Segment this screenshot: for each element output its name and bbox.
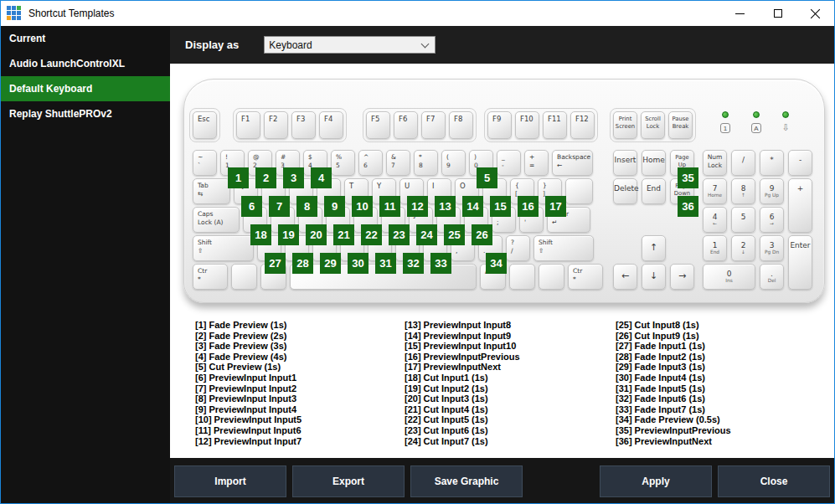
close-button[interactable] [796,1,834,26]
shortcut-entry: [34] Fade Preview (0.5s) [616,414,821,425]
key-tab: Tab⇆ [193,178,230,204]
key-end: End [642,178,666,204]
key-scroll-lock: ScrollLock [641,111,665,139]
shortcut-entry: [21] Cut Input4 (1s) [405,404,610,415]
key-minus: _- [497,150,521,176]
sidebar-item-current[interactable]: Current [1,26,170,51]
shortcut-badge-13: 13 [435,196,456,217]
key-np-minus: - [788,150,812,176]
key-3: #33 [276,150,300,176]
led-dot [782,111,789,118]
key-7: &7 [386,150,410,176]
shortcut-entry: [17] PreviewInputNext [405,362,610,373]
key-5: 5 [731,207,755,233]
key-print-screen: PrintScreen [613,111,637,139]
shortcut-badge-1: 1 [228,167,249,188]
key-y: Y11 [372,178,396,204]
sidebar-item-replay-shuttleprov2[interactable]: Replay ShuttlePROv2 [1,101,170,126]
key-esc: Esc [193,111,217,139]
key-page-up: PageUp35 [670,150,694,176]
export-button[interactable]: Export [292,465,405,497]
shortcut-entry: [18] Cut Input1 (1s) [405,373,610,383]
icon-cell [12,11,16,15]
key-arrow-down: ↓ [642,264,666,290]
sidebar-item-default-keyboard[interactable]: Default Keyboard [1,76,170,101]
shortcut-badge-9: 9 [324,196,345,217]
shortcut-entry: [14] PreviewInput Input9 [405,331,610,342]
shortcut-entry: [4] Fade Preview (4s) [195,352,400,363]
apply-button[interactable]: Apply [600,465,712,497]
scroll-lock-led: ⇩ [778,111,793,134]
shortcut-badge-22: 22 [361,224,382,245]
shortcut-badge-35: 35 [678,167,698,188]
key-np-decimal: .Del [760,264,784,290]
key-o: O14 [455,178,479,204]
shortcut-entry: [25] Cut Input8 (1s) [616,320,821,331]
key-np-multiply: * [760,150,784,176]
shortcut-entry: [11] PreviewInput Input6 [195,425,400,436]
shortcut-badge-33: 33 [430,253,451,274]
shortcut-entry: [3] Fade Preview (3s) [195,341,400,352]
icon-cell [12,6,16,10]
key-5: %5 [331,150,355,176]
keyboard-graphic: EscF1F2F3F4F5F6F7F8F9F10F11F12PrintScree… [183,79,825,303]
icon-cell [7,16,11,20]
shortcut-entry: [9] PreviewInput Input4 [195,404,400,415]
shortcut-entry: [26] Cut Input9 (1s) [616,331,821,342]
close-button[interactable]: Close [718,465,830,497]
shortcut-badge-3: 3 [283,167,304,188]
key-2: 2↓ [731,235,755,261]
key-menu [539,264,564,290]
shortcut-badge-18: 18 [250,224,271,245]
app-icon [7,6,22,21]
shortcut-entry: [6] PreviewInput Input1 [195,373,400,383]
chevron-down-icon [421,40,430,49]
key-8: 8↑ [731,178,755,204]
num-lock-led: 1 [718,111,733,134]
shortcut-entry: [15] PreviewInput Input10 [405,341,610,352]
key-ctrl-right: Ctr* [568,264,603,290]
icon-cell [7,11,11,15]
key-shift-left: Shift⇧ [193,235,254,261]
shortcut-badge-21: 21 [333,224,354,245]
shortcut-badge-6: 6 [241,196,262,217]
shortcut-entry: [32] Fade Input6 (1s) [616,393,821,404]
shortcut-badge-2: 2 [255,167,276,188]
key-win-right [509,264,535,290]
shortcut-badge-15: 15 [490,196,511,217]
shortcut-badge-14: 14 [462,196,483,217]
key-u: U12 [399,178,424,204]
import-button[interactable]: Import [174,465,286,497]
maximize-button[interactable] [759,1,796,26]
shortcut-badge-20: 20 [306,224,327,245]
key-f6: F6 [394,111,418,139]
key-1: !11 [220,150,245,176]
shortcut-entry: [8] PreviewInput Input3 [195,393,400,404]
minimize-button[interactable] [721,1,759,26]
key-arrow-right: → [670,264,694,290]
shortcut-entry: [28] Fade Input2 (1s) [616,352,821,363]
shortcut-badge-36: 36 [678,196,698,217]
sidebar-item-audio-launchcontrolxl[interactable]: Audio LaunchControlXL [1,51,170,76]
legend-column: [13] PreviewInput Input8[14] PreviewInpu… [405,320,610,446]
icon-cell [7,6,11,10]
shortcut-entry: [31] Fade Input5 (1s) [616,383,821,394]
shortcut-badge-16: 16 [518,196,539,217]
key-0: )05 [469,150,493,176]
save-graphic-button[interactable]: Save Graphic [410,465,523,497]
shortcut-entry: [12] PreviewInput Input7 [195,436,400,447]
close-icon [810,8,821,19]
shortcut-badge-25: 25 [444,224,465,245]
key-np-0: 0Ins [703,264,755,290]
maximize-icon [774,9,782,18]
dropdown-value: Keyboard [269,39,312,51]
key-backtick: ~` [193,150,217,176]
shortcut-badge-5: 5 [477,167,497,188]
caps-lock-led: A [749,111,764,134]
key-equals: += [524,150,549,176]
window-title: Shortcut Templates [28,8,115,19]
icon-cell [17,6,21,10]
key-bracket-close: }]17 [538,178,562,204]
display-as-dropdown[interactable]: Keyboard [264,36,436,54]
led-dot [753,111,760,118]
